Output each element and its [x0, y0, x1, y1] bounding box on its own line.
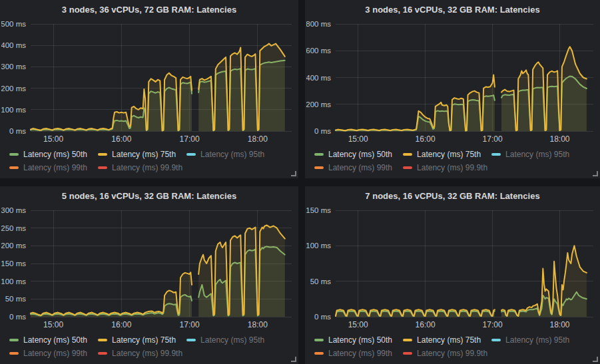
legend-item-latency-ms-95th[interactable]: Latency (ms) 95th [491, 148, 569, 161]
plot-area[interactable]: 0 ms50 ms100 ms150 ms200 ms250 ms300 ms1… [1, 204, 297, 333]
legend: Latency (ms) 50thLatency (ms) 75thLatenc… [9, 333, 294, 360]
panel-title[interactable]: 5 nodes, 16 vCPUs, 32 GB RAM: Latencies [0, 186, 298, 204]
y-axis-tick-label: 500 ms [1, 20, 26, 28]
legend-item-latency-ms-99th[interactable]: Latency (ms) 99th [9, 161, 87, 174]
panel-resize-handle-icon[interactable] [289, 169, 297, 177]
panel-3-nodes-16-vcpus: 3 nodes, 16 vCPUs, 32 GB RAM: Latencies … [305, 0, 600, 178]
y-axis-tick-label: 250 ms [1, 224, 26, 232]
panel-title[interactable]: 7 nodes, 16 vCPUs, 32 GB RAM: Latencies [305, 186, 600, 204]
legend-label: Latency (ms) 99th [23, 349, 87, 358]
plot-area[interactable]: 0 ms200 ms400 ms600 ms800 ms15:0016:0017… [306, 17, 599, 147]
plot-area[interactable]: 0 ms50 ms100 ms150 ms15:0016:0017:0018:0… [306, 204, 599, 333]
x-axis-tick-label: 16:00 [416, 320, 436, 329]
legend-label: Latency (ms) 99.9th [112, 349, 182, 358]
latency-chart[interactable]: 0 ms50 ms100 ms150 ms15:0016:0017:0018:0… [306, 204, 599, 333]
latency-chart[interactable]: 0 ms200 ms400 ms600 ms800 ms15:0016:0017… [306, 17, 599, 147]
x-axis-tick-label: 15:00 [43, 320, 63, 329]
latency-chart[interactable]: 0 ms100 ms200 ms300 ms400 ms500 ms15:001… [1, 17, 297, 147]
latency-chart[interactable]: 0 ms50 ms100 ms150 ms200 ms250 ms300 ms1… [1, 204, 297, 333]
legend-swatch-icon [314, 153, 324, 156]
x-axis-tick-label: 15:00 [43, 134, 63, 144]
y-axis-tick-label: 600 ms [306, 47, 331, 55]
series-area-latency-ms-75th [31, 272, 192, 317]
y-axis-tick-label: 100 ms [306, 242, 331, 250]
legend: Latency (ms) 50thLatency (ms) 75thLatenc… [314, 333, 596, 360]
plot-area[interactable]: 0 ms100 ms200 ms300 ms400 ms500 ms15:001… [1, 17, 297, 147]
y-axis-tick-label: 200 ms [1, 85, 26, 92]
x-axis-tick-label: 18:00 [248, 134, 268, 144]
x-axis-tick-label: 15:00 [348, 320, 368, 329]
x-axis-tick-label: 18:00 [550, 320, 570, 329]
legend-label: Latency (ms) 99th [23, 163, 87, 172]
panel-7-nodes-16-vcpus: 7 nodes, 16 vCPUs, 32 GB RAM: Latencies … [305, 186, 600, 364]
legend-swatch-icon [186, 153, 196, 156]
legend-label: Latency (ms) 50th [23, 335, 87, 345]
legend-swatch-icon [403, 339, 412, 341]
y-axis-tick-label: 50 ms [5, 295, 27, 303]
legend-item-latency-ms-50th[interactable]: Latency (ms) 50th [314, 333, 392, 347]
legend-item-latency-ms-95th[interactable]: Latency (ms) 95th [186, 333, 264, 347]
x-axis-tick-label: 16:00 [416, 134, 436, 144]
legend-label: Latency (ms) 95th [505, 150, 569, 159]
legend-item-latency-ms-99th[interactable]: Latency (ms) 99th [314, 161, 392, 174]
panel-title[interactable]: 3 nodes, 36 vCPUs, 72 GB RAM: Latencies [0, 0, 298, 17]
panel-resize-handle-icon[interactable] [289, 355, 297, 363]
x-axis-tick-label: 17:00 [483, 134, 503, 144]
legend-item-latency-ms-50th[interactable]: Latency (ms) 50th [314, 148, 392, 161]
y-axis-tick-label: 200 ms [1, 242, 26, 250]
legend-label: Latency (ms) 50th [23, 150, 87, 159]
legend-item-latency-ms-99th[interactable]: Latency (ms) 99th [9, 347, 87, 360]
y-axis-tick-label: 100 ms [1, 277, 26, 285]
legend-item-latency-ms-75th[interactable]: Latency (ms) 75th [98, 148, 176, 161]
legend-swatch-icon [403, 166, 412, 169]
y-axis-tick-label: 0 ms [9, 127, 26, 135]
legend: Latency (ms) 50thLatency (ms) 75thLatenc… [9, 148, 294, 174]
legend-item-latency-ms-99.9th[interactable]: Latency (ms) 99.9th [403, 161, 487, 174]
x-axis-tick-label: 15:00 [348, 134, 368, 144]
legend-label: Latency (ms) 95th [505, 335, 569, 345]
legend-swatch-icon [314, 339, 324, 341]
legend-item-latency-ms-75th[interactable]: Latency (ms) 75th [403, 148, 481, 161]
grafana-dashboard: 3 nodes, 36 vCPUs, 72 GB RAM: Latencies … [0, 0, 600, 364]
legend-swatch-icon [314, 352, 324, 355]
y-axis-tick-label: 400 ms [306, 74, 331, 82]
legend-item-latency-ms-95th[interactable]: Latency (ms) 95th [491, 333, 569, 347]
legend-item-latency-ms-75th[interactable]: Latency (ms) 75th [403, 333, 481, 347]
legend-label: Latency (ms) 75th [112, 335, 176, 345]
legend-label: Latency (ms) 99th [328, 163, 392, 172]
panel-3-nodes-36-vcpus: 3 nodes, 36 vCPUs, 72 GB RAM: Latencies … [0, 0, 298, 178]
legend-swatch-icon [491, 153, 501, 156]
legend-item-latency-ms-99.9th[interactable]: Latency (ms) 99.9th [98, 161, 182, 174]
series-area-latency-ms-75th [31, 73, 192, 131]
legend-item-latency-ms-99.9th[interactable]: Latency (ms) 99.9th [98, 347, 182, 360]
legend-swatch-icon [9, 352, 19, 355]
legend-label: Latency (ms) 95th [200, 335, 264, 345]
legend-item-latency-ms-75th[interactable]: Latency (ms) 75th [98, 333, 176, 347]
legend-item-latency-ms-95th[interactable]: Latency (ms) 95th [186, 148, 264, 161]
legend-swatch-icon [98, 352, 107, 355]
y-axis-tick-label: 100 ms [1, 106, 26, 114]
legend: Latency (ms) 50thLatency (ms) 75thLatenc… [314, 148, 596, 174]
legend-swatch-icon [98, 153, 107, 156]
legend-swatch-icon [98, 339, 107, 341]
legend-swatch-icon [98, 166, 107, 169]
legend-label: Latency (ms) 50th [328, 150, 392, 159]
y-axis-tick-label: 400 ms [1, 41, 26, 49]
legend-label: Latency (ms) 95th [200, 150, 264, 159]
y-axis-tick-label: 300 ms [1, 206, 26, 214]
legend-label: Latency (ms) 99.9th [417, 349, 487, 358]
y-axis-tick-label: 150 ms [1, 260, 26, 268]
legend-label: Latency (ms) 99.9th [417, 163, 487, 172]
legend-item-latency-ms-99.9th[interactable]: Latency (ms) 99.9th [403, 347, 487, 360]
legend-item-latency-ms-99th[interactable]: Latency (ms) 99th [314, 347, 392, 360]
panel-resize-handle-icon[interactable] [591, 169, 599, 177]
legend-label: Latency (ms) 75th [112, 150, 176, 159]
panel-resize-handle-icon[interactable] [591, 355, 599, 363]
legend-item-latency-ms-50th[interactable]: Latency (ms) 50th [9, 148, 87, 161]
y-axis-tick-label: 200 ms [306, 100, 331, 108]
panel-title[interactable]: 3 nodes, 16 vCPUs, 32 GB RAM: Latencies [305, 0, 600, 17]
legend-item-latency-ms-50th[interactable]: Latency (ms) 50th [9, 333, 87, 347]
x-axis-tick-label: 18:00 [248, 320, 268, 329]
legend-label: Latency (ms) 75th [417, 150, 481, 159]
legend-swatch-icon [9, 153, 19, 156]
